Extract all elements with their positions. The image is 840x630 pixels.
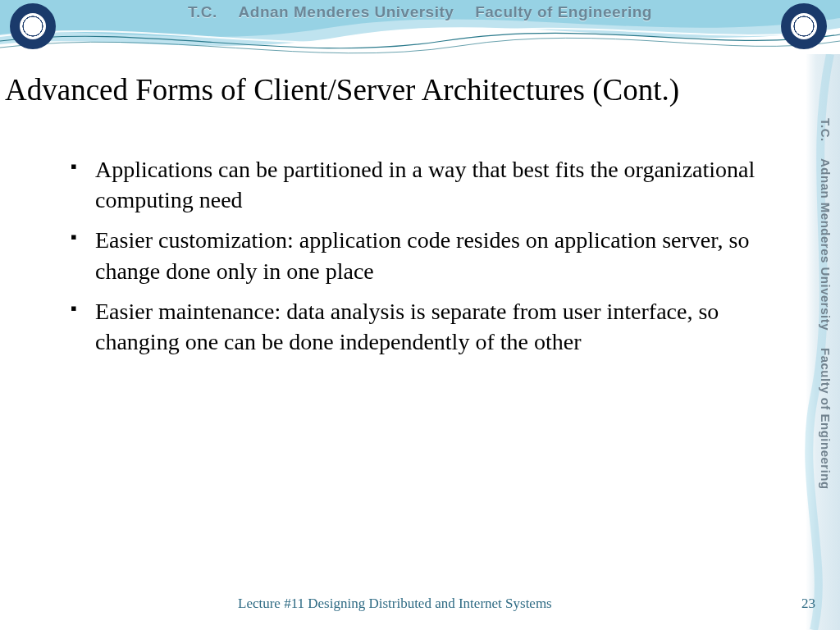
banner-university: Adnan Menderes University xyxy=(239,3,454,21)
banner-faculty: Faculty of Engineering xyxy=(475,3,652,21)
slide-title: Advanced Forms of Client/Server Architec… xyxy=(5,72,832,107)
header-banner: T.C. Adnan Menderes University Faculty o… xyxy=(0,0,840,54)
faculty-logo-icon xyxy=(781,3,827,49)
side-university: Adnan Menderes University xyxy=(819,158,833,331)
side-text: T.C. Adnan Menderes University Faculty o… xyxy=(819,112,833,496)
slide: T.C. Adnan Menderes University Faculty o… xyxy=(0,0,840,630)
side-banner: T.C. Adnan Menderes University Faculty o… xyxy=(806,54,840,630)
side-faculty: Faculty of Engineering xyxy=(819,348,833,490)
bullet-list: Applications can be partitioned in a way… xyxy=(71,154,760,357)
list-item: Easier customization: application code r… xyxy=(71,225,760,285)
slide-body: Applications can be partitioned in a way… xyxy=(71,154,760,367)
banner-tc: T.C. xyxy=(188,3,217,21)
footer-lecture: Lecture #11 Designing Distributed and In… xyxy=(238,595,566,612)
list-item: Easier maintenance: data analysis is sep… xyxy=(71,296,760,357)
side-tc: T.C. xyxy=(819,118,833,142)
banner-text: T.C. Adnan Menderes University Faculty o… xyxy=(0,3,840,21)
page-number: 23 xyxy=(801,596,815,612)
list-item: Applications can be partitioned in a way… xyxy=(71,154,760,215)
university-logo-icon xyxy=(10,3,56,49)
